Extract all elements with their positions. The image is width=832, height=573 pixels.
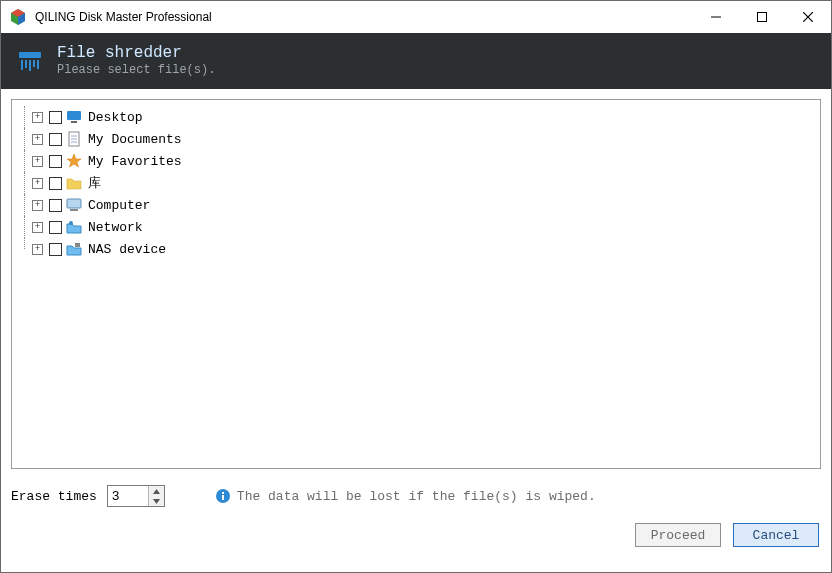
tree-item[interactable]: +Desktop (16, 106, 816, 128)
tree-item-label: My Documents (88, 132, 182, 147)
expand-icon[interactable]: + (32, 134, 43, 145)
expand-icon[interactable]: + (32, 178, 43, 189)
spinner-up-button[interactable] (149, 486, 164, 496)
tree-item[interactable]: +NAS device (16, 238, 816, 260)
svg-rect-11 (33, 60, 35, 67)
header: File shredder Please select file(s). (1, 33, 831, 89)
tree-item-label: Network (88, 220, 143, 235)
header-subtitle: Please select file(s). (57, 63, 215, 77)
tree-item-label: My Favorites (88, 154, 182, 169)
checkbox[interactable] (49, 155, 62, 168)
tree-item-label: Computer (88, 198, 150, 213)
computer-icon (66, 197, 82, 213)
erase-times-value[interactable]: 3 (108, 486, 148, 506)
svg-rect-23 (75, 243, 80, 247)
checkbox[interactable] (49, 199, 62, 212)
expand-icon[interactable]: + (32, 112, 43, 123)
title-bar: QILING Disk Master Professional (1, 1, 831, 33)
file-tree[interactable]: +Desktop+My Documents+My Favorites+库+Com… (11, 99, 821, 469)
info-text: The data will be lost if the file(s) is … (237, 489, 596, 504)
expand-icon[interactable]: + (32, 244, 43, 255)
svg-rect-10 (29, 60, 31, 71)
svg-rect-20 (67, 199, 81, 208)
svg-rect-8 (21, 60, 23, 70)
svg-rect-9 (25, 60, 27, 68)
expand-icon[interactable]: + (32, 222, 43, 233)
document-icon (66, 131, 82, 147)
spinner-down-button[interactable] (149, 496, 164, 506)
network-icon (66, 219, 82, 235)
checkbox[interactable] (49, 177, 62, 190)
tree-item-label: NAS device (88, 242, 166, 257)
shredder-icon (17, 48, 43, 74)
maximize-button[interactable] (739, 1, 785, 33)
svg-rect-14 (71, 121, 77, 123)
window-controls (693, 1, 831, 33)
tree-item-label: 库 (88, 174, 101, 192)
svg-rect-21 (70, 209, 78, 211)
tree-item[interactable]: +库 (16, 172, 816, 194)
tree-item[interactable]: +Computer (16, 194, 816, 216)
folder-icon (66, 175, 82, 191)
star-icon (66, 153, 82, 169)
checkbox[interactable] (49, 243, 62, 256)
desktop-icon (66, 109, 82, 125)
cancel-button[interactable]: Cancel (733, 523, 819, 547)
checkbox[interactable] (49, 111, 62, 124)
expand-icon[interactable]: + (32, 200, 43, 211)
svg-point-22 (69, 221, 73, 225)
app-icon (9, 8, 27, 26)
svg-rect-13 (67, 111, 81, 120)
svg-marker-24 (153, 489, 160, 494)
svg-marker-19 (67, 154, 81, 167)
info-icon (215, 488, 231, 504)
window-title: QILING Disk Master Professional (35, 10, 212, 24)
svg-rect-28 (222, 492, 224, 494)
svg-rect-7 (19, 52, 41, 58)
tree-item-label: Desktop (88, 110, 143, 125)
svg-rect-27 (222, 495, 224, 500)
header-title: File shredder (57, 45, 215, 63)
svg-marker-25 (153, 499, 160, 504)
erase-times-label: Erase times (11, 489, 97, 504)
tree-item[interactable]: +My Documents (16, 128, 816, 150)
tree-item[interactable]: +My Favorites (16, 150, 816, 172)
minimize-button[interactable] (693, 1, 739, 33)
tree-item[interactable]: +Network (16, 216, 816, 238)
erase-times-spinner[interactable]: 3 (107, 485, 165, 507)
expand-icon[interactable]: + (32, 156, 43, 167)
nas-icon (66, 241, 82, 257)
svg-rect-12 (37, 60, 39, 69)
checkbox[interactable] (49, 133, 62, 146)
proceed-button[interactable]: Proceed (635, 523, 721, 547)
close-button[interactable] (785, 1, 831, 33)
checkbox[interactable] (49, 221, 62, 234)
svg-rect-4 (758, 13, 767, 22)
